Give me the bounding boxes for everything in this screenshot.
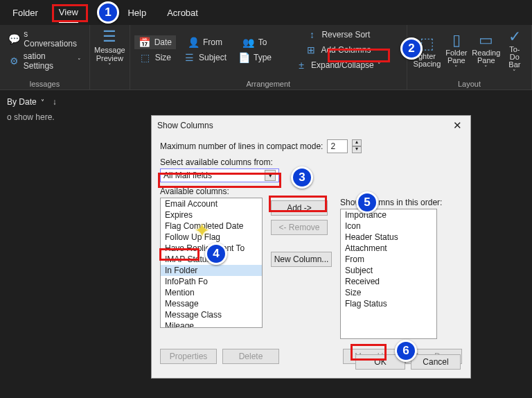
avail-item[interactable]: Message bbox=[161, 298, 262, 309]
cursor-highlight-icon: ✦ bbox=[194, 219, 210, 242]
message-preview-button[interactable]: ☰ Message Preview ˅ bbox=[90, 25, 130, 72]
callout-2: 2 bbox=[400, 37, 423, 60]
select-columns-combo[interactable]: All Mail fields ▾ bbox=[160, 168, 279, 182]
reverse-sort-button[interactable]: ↕Reverse Sort bbox=[291, 28, 385, 42]
chevron-down-icon: ▾ bbox=[265, 170, 276, 181]
sort-bydate[interactable]: By Date ˅ bbox=[7, 97, 44, 107]
arrangement-label: Arrangement bbox=[134, 80, 402, 88]
add-button[interactable]: Add -> bbox=[271, 200, 328, 216]
expand-icon: ± bbox=[295, 60, 308, 71]
conversation-icon: 💬 bbox=[8, 33, 20, 44]
reading-pane-icon: ▭ bbox=[477, 31, 496, 49]
to-icon: 👥 bbox=[242, 37, 255, 48]
chevron-down-icon: ˅ bbox=[41, 98, 44, 106]
shown-item[interactable]: Header Status bbox=[341, 232, 436, 243]
left-pane: By Date ˅ ↓ o show here. bbox=[0, 90, 139, 129]
callout-3: 3 bbox=[291, 166, 313, 189]
ribbon: 💬s Conversations ⚙sation Settings ˅ less… bbox=[0, 25, 532, 90]
shown-item[interactable]: Importance bbox=[341, 209, 436, 220]
calendar-icon: 📅 bbox=[139, 37, 151, 48]
shown-item[interactable]: Size bbox=[341, 287, 436, 298]
shown-item[interactable]: Received bbox=[341, 276, 436, 287]
gear-icon: ⚙ bbox=[8, 55, 20, 67]
avail-item[interactable]: Mention bbox=[161, 287, 262, 298]
cancel-button[interactable]: Cancel bbox=[411, 354, 461, 370]
arrange-size-button[interactable]: ⬚Size bbox=[134, 51, 176, 64]
layout-label: Layout bbox=[411, 80, 527, 88]
shown-item[interactable]: Flag Status bbox=[341, 298, 436, 309]
add-columns-icon: ⊞ bbox=[305, 44, 317, 55]
properties-button[interactable]: Properties bbox=[160, 349, 217, 364]
type-icon: 📄 bbox=[238, 52, 250, 63]
dialog-title: Show Columns bbox=[157, 121, 213, 130]
menu-view[interactable]: View bbox=[59, 3, 78, 23]
ribbon-layout-group: ⬚ghter Spacing ▯Folder Pane˅ ▭Reading Pa… bbox=[407, 25, 532, 89]
shown-item[interactable]: Icon bbox=[341, 220, 436, 232]
from-icon: 👤 bbox=[187, 37, 200, 48]
add-columns-button[interactable]: ⊞Add Columns bbox=[291, 43, 385, 57]
menu-folder[interactable]: Folder bbox=[12, 3, 38, 22]
callout-4: 4 bbox=[205, 243, 227, 265]
new-column-button[interactable]: New Column... bbox=[271, 252, 332, 267]
avail-item[interactable]: InfoPath Fo bbox=[161, 276, 262, 287]
empty-message: o show here. bbox=[7, 112, 132, 122]
avail-item[interactable]: In Folder bbox=[161, 265, 262, 276]
callout-1: 1 bbox=[97, 1, 119, 24]
expand-collapse-button[interactable]: ±Expand/Collapse ˅ bbox=[291, 58, 385, 72]
avail-item[interactable]: Email Account bbox=[161, 198, 262, 209]
avail-item[interactable]: Flag Completed Date bbox=[161, 220, 262, 232]
arrange-type-button[interactable]: 📄Type bbox=[233, 51, 276, 64]
folder-pane-button[interactable]: ▯Folder Pane˅ bbox=[443, 28, 470, 75]
spin-down[interactable]: ▾ bbox=[352, 146, 362, 153]
todo-bar-button[interactable]: ✓To-Do Bar˅ bbox=[502, 28, 527, 75]
arrange-to-button[interactable]: 👥To bbox=[233, 35, 276, 49]
avail-item[interactable]: Follow Up Flag bbox=[161, 232, 262, 243]
callout-5: 5 bbox=[356, 191, 378, 214]
arrange-date-button[interactable]: 📅Date bbox=[134, 35, 176, 49]
arrange-from-button[interactable]: 👤From bbox=[179, 35, 231, 49]
reverse-sort-icon: ↕ bbox=[305, 29, 318, 40]
conversations-button[interactable]: 💬s Conversations bbox=[4, 28, 85, 50]
avail-item[interactable]: Message Class bbox=[161, 309, 262, 320]
messages-label: lessages bbox=[4, 80, 85, 88]
delete-button[interactable]: Delete bbox=[222, 349, 279, 364]
folder-pane-icon: ▯ bbox=[447, 31, 466, 49]
max-lines-input[interactable]: 2 bbox=[327, 139, 348, 153]
avail-item[interactable]: Expires bbox=[161, 209, 262, 220]
shown-columns-list[interactable]: ImportanceIconHeader StatusAttachmentFro… bbox=[340, 209, 437, 339]
avail-item[interactable]: Mileage bbox=[161, 320, 262, 328]
menu-acrobat[interactable]: Acrobat bbox=[167, 3, 198, 22]
max-lines-label: Maximum number of lines in compact mode: bbox=[160, 141, 323, 151]
menu-bar: Folder View er Help Acrobat bbox=[0, 0, 532, 25]
arrange-subject-button[interactable]: ☰Subject bbox=[179, 51, 231, 64]
shown-item[interactable]: Subject bbox=[341, 265, 436, 276]
remove-button[interactable]: <- Remove bbox=[271, 220, 328, 235]
close-button[interactable]: ✕ bbox=[450, 119, 465, 132]
available-label: Available columns: bbox=[160, 187, 462, 196]
message-preview-icon: ☰ bbox=[100, 28, 119, 46]
todo-icon: ✓ bbox=[505, 28, 524, 46]
select-from-label: Select available columns from: bbox=[160, 157, 462, 167]
conversation-settings-button[interactable]: ⚙sation Settings ˅ bbox=[4, 50, 85, 72]
shown-item[interactable]: Attachment bbox=[341, 243, 436, 254]
ribbon-messages-group: 💬s Conversations ⚙sation Settings ˅ less… bbox=[0, 25, 90, 89]
menu-help[interactable]: Help bbox=[127, 3, 146, 22]
size-icon: ⬚ bbox=[139, 52, 152, 63]
show-columns-dialog: Show Columns ✕ Maximum number of lines i… bbox=[151, 115, 471, 379]
sort-direction-button[interactable]: ↓ bbox=[53, 97, 57, 107]
callout-6: 6 bbox=[395, 340, 417, 362]
reading-pane-button[interactable]: ▭Reading Pane˅ bbox=[470, 28, 502, 75]
ribbon-arrangement-group: 📅Date 👤From 👥To ⬚Size ☰Subject 📄Type ↕Re… bbox=[130, 25, 407, 89]
shown-item[interactable]: From bbox=[341, 254, 436, 265]
subject-icon: ☰ bbox=[183, 52, 195, 63]
